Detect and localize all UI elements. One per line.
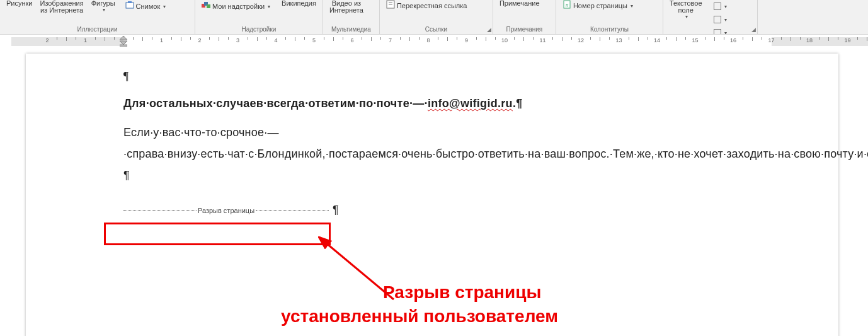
text-box-label: Текстовое поле [670,0,702,14]
group-label-headerfooter: Колонтитулы [560,26,659,34]
ruler-number: 14 [654,37,660,43]
drop-cap-icon [714,29,721,35]
group-label-illustrations: Иллюстрации [4,26,191,34]
svg-marker-8 [120,36,127,40]
document-stage: ¶ Для·остальных·случаев·всегда·ответим·п… [0,47,868,336]
ruler-number: 3 [236,37,239,43]
page-break-rule [256,210,329,211]
ruler-number: 18 [806,37,813,43]
svg-rect-10 [120,45,127,47]
screenshot-label: Снимок [136,3,161,10]
wordart-button[interactable]: ▾ [711,13,729,26]
drop-cap-button[interactable]: ▾ [711,26,729,35]
page-break-rule [123,210,197,211]
ruler-number: 11 [539,37,545,43]
ruler-number: 2 [45,37,49,43]
addins-icon [202,1,210,12]
pictures-button[interactable]: Рисунки [4,0,35,23]
ribbon-group-headerfooter: # Номер страницы ▾ Колонтитулы [556,0,663,34]
chevron-down-icon: ▾ [268,4,270,9]
quick-parts-icon [714,3,721,10]
online-video-label: Видео из Интернета [329,0,363,14]
page-break-marker: Разрыв страницы ¶ [123,204,741,217]
chevron-down-icon: ▾ [724,4,727,9]
ribbon-group-illustrations: Рисунки Изображения из Интернета Фигуры … [0,0,195,34]
comment-label: Примечание [500,0,540,7]
shapes-label: Фигуры [91,0,115,7]
page-number-label: Номер страницы [573,3,627,9]
group-label-media: Мультимедиа [327,26,375,34]
ruler-number: 19 [844,37,850,43]
screenshot-button[interactable]: Снимок ▾ [123,0,169,13]
group-label-links: Ссылки [384,26,489,34]
my-addins-label: Мои надстройки [212,3,265,10]
ruler-number: 4 [274,37,277,43]
page-number-button[interactable]: # Номер страницы ▾ [560,0,636,11]
annotation-text-line2: установленный пользователем [281,306,558,327]
svg-rect-1 [128,1,132,3]
pilcrow-mark: ¶ [123,70,741,83]
text-box-button[interactable]: Текстовое поле ▾ [667,0,705,23]
ruler-number: 7 [389,37,392,43]
pilcrow-mark: ¶ [333,204,339,217]
ruler-number: 6 [350,37,353,43]
body-paragraph: Если·у·вас·что-то·срочное·—·справа·внизу… [123,122,741,186]
ribbon-group-addins: Мои надстройки ▾ Википедия Надстройки [195,0,323,34]
ribbon-group-comments: Примечание Примечания [493,0,556,34]
wordart-icon [714,16,721,23]
ruler-number: 13 [615,37,622,43]
ruler-number: 15 [692,37,698,43]
bold-text: Для·остальных·случаев·всегда·ответим·по·… [123,97,428,110]
quick-parts-button[interactable]: ▾ [711,0,729,13]
svg-marker-9 [120,41,127,45]
svg-rect-0 [126,3,134,8]
group-label-addins: Надстройки [199,26,319,34]
ribbon-group-links: Перекрестная ссылка Ссылки ◢ [380,0,493,34]
screenshot-icon [125,1,134,12]
svg-text:#: # [566,3,569,8]
ruler-number: 8 [426,37,430,43]
annotation-text-line1: Разрыв страницы [383,282,541,303]
chevron-down-icon: ▾ [631,3,633,9]
ruler-number: 5 [312,37,316,43]
chevron-down-icon: ▾ [724,30,727,35]
comment-button[interactable]: Примечание [497,0,542,23]
ruler-number: 2 [198,37,201,43]
ribbon: Рисунки Изображения из Интернета Фигуры … [0,0,868,35]
ruler-number: 9 [465,37,468,43]
ruler-number: 1 [84,37,87,43]
chevron-down-icon: ▾ [724,17,727,23]
ruler-number: 12 [578,37,584,43]
page-break-label: Разрыв страницы [197,207,256,214]
online-video-button[interactable]: Видео из Интернета [327,0,366,23]
dialog-launcher-icon[interactable]: ◢ [487,26,491,33]
indent-marker-icon[interactable] [120,35,127,47]
online-images-button[interactable]: Изображения из Интернета [38,0,86,23]
ruler-number: 16 [730,37,736,43]
online-images-label: Изображения из Интернета [40,0,84,14]
svg-rect-4 [207,4,210,8]
dialog-launcher-icon[interactable]: ◢ [751,26,756,33]
ruler-number: 1 [160,37,163,43]
wikipedia-label: Википедия [282,0,316,7]
ruler-number: 10 [501,37,508,43]
cross-reference-icon [386,0,395,11]
chevron-down-icon: ▾ [103,7,105,13]
annotation-rectangle [104,223,331,245]
page-number-icon: # [562,0,571,11]
wikipedia-button[interactable]: Википедия [279,0,319,23]
my-addins-button[interactable]: Мои надстройки ▾ [199,0,273,13]
shapes-button[interactable]: Фигуры ▾ [89,0,118,23]
bold-paragraph: Для·остальных·случаев·всегда·ответим·по·… [123,97,741,110]
chevron-down-icon: ▾ [163,4,166,9]
horizontal-ruler[interactable]: 2112345678910111213141516171819 [0,35,868,47]
ruler-number: 17 [768,37,774,43]
pictures-label: Рисунки [6,0,33,7]
ribbon-group-text: Текстовое поле ▾ ▾ ▾ ▾ Текст ◢ [663,0,758,34]
bold-text-tail: .¶ [513,97,523,110]
ribbon-group-media: Видео из Интернета Мультимедиа [323,0,380,34]
group-label-comments: Примечания [497,26,552,34]
email-text: info@wifigid.ru [428,97,513,110]
cross-reference-button[interactable]: Перекрестная ссылка [384,0,470,11]
cross-reference-label: Перекрестная ссылка [397,3,467,9]
